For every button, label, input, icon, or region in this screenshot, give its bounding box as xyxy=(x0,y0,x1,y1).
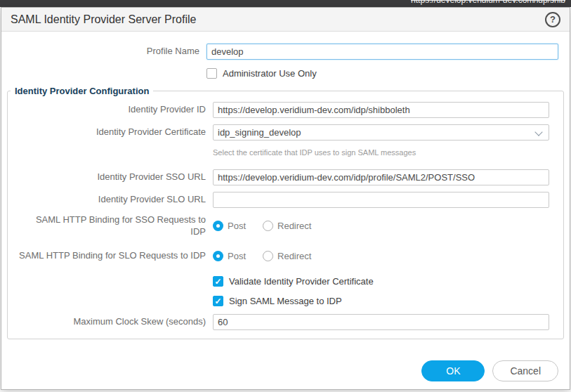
slo-binding-redirect-label[interactable]: Redirect xyxy=(277,251,311,261)
sso-binding-post-label[interactable]: Post xyxy=(228,221,246,231)
profile-name-row: Profile Name xyxy=(1,44,570,60)
slo-binding-redirect-radio[interactable] xyxy=(263,251,273,261)
sso-binding-post-radio[interactable] xyxy=(213,221,223,231)
clock-skew-input[interactable] xyxy=(213,314,549,330)
cancel-button[interactable]: Cancel xyxy=(492,360,558,381)
validate-cert-label: Validate Identity Provider Certificate xyxy=(229,276,374,287)
validate-cert-row: Validate Identity Provider Certificate xyxy=(8,275,555,289)
idp-certificate-row: Identity Provider Certificate idp_signin… xyxy=(8,124,555,141)
sign-saml-checkbox[interactable] xyxy=(213,296,223,306)
validate-cert-checkbox[interactable] xyxy=(213,276,223,287)
idp-certificate-value: idp_signing_develop xyxy=(218,127,301,138)
sign-saml-row: Sign SAML Message to IDP xyxy=(8,294,555,308)
clock-skew-label: Maximum Clock Skew (seconds) xyxy=(8,316,213,328)
clock-skew-row: Maximum Clock Skew (seconds) xyxy=(8,314,555,330)
dialog-header: SAML Identity Provider Server Profile ? xyxy=(1,8,570,32)
sso-binding-redirect-radio[interactable] xyxy=(263,221,273,231)
dialog-footer: OK Cancel xyxy=(421,360,558,381)
sign-saml-label: Sign SAML Message to IDP xyxy=(229,296,342,306)
help-icon[interactable]: ? xyxy=(545,12,560,27)
sso-binding-label: SAML HTTP Binding for SSO Requests to ID… xyxy=(8,214,213,238)
sso-binding-row: SAML HTTP Binding for SSO Requests to ID… xyxy=(8,214,555,238)
sso-url-input[interactable] xyxy=(213,169,549,185)
dialog-title: SAML Identity Provider Server Profile xyxy=(11,13,196,26)
idp-id-row: Identity Provider ID xyxy=(8,102,555,118)
idp-id-input[interactable] xyxy=(213,102,549,118)
slo-url-label: Identity Provider SLO URL xyxy=(8,194,213,206)
idp-certificate-helper-row: Select the certificate that IDP uses to … xyxy=(8,147,555,161)
background-page-strip: https://develop.veridium-dev.com/idp/shi… xyxy=(0,0,571,7)
saml-idp-server-profile-dialog: SAML Identity Provider Server Profile ? … xyxy=(1,7,570,390)
slo-binding-row: SAML HTTP Binding for SLO Requests to ID… xyxy=(8,249,555,263)
idp-certificate-helper-text: Select the certificate that IDP uses to … xyxy=(213,148,416,157)
chevron-down-icon xyxy=(534,128,542,136)
slo-binding-label: SAML HTTP Binding for SLO Requests to ID… xyxy=(8,250,213,262)
section-legend: Identity Provider Configuration xyxy=(11,86,153,96)
profile-name-label: Profile Name xyxy=(1,46,206,58)
admin-use-only-checkbox[interactable] xyxy=(206,68,217,79)
admin-use-only-row: Administrator Use Only xyxy=(1,66,570,80)
background-url-text: https://develop.veridium-dev.com/idp/shi… xyxy=(411,0,565,5)
sso-url-row: Identity Provider SSO URL xyxy=(8,169,555,185)
slo-url-input[interactable] xyxy=(213,192,549,208)
sso-binding-redirect-label[interactable]: Redirect xyxy=(277,221,311,231)
slo-binding-post-label[interactable]: Post xyxy=(228,251,246,261)
slo-url-row: Identity Provider SLO URL xyxy=(8,192,555,208)
admin-use-only-label: Administrator Use Only xyxy=(223,68,317,79)
idp-id-label: Identity Provider ID xyxy=(8,104,213,116)
ok-button[interactable]: OK xyxy=(421,360,485,381)
dialog-body: Profile Name Administrator Use Only Iden… xyxy=(1,32,570,339)
profile-name-input[interactable] xyxy=(206,44,558,60)
sso-url-label: Identity Provider SSO URL xyxy=(8,171,213,183)
identity-provider-configuration-section: Identity Provider Configuration Identity… xyxy=(7,86,564,339)
idp-certificate-label: Identity Provider Certificate xyxy=(8,126,213,138)
idp-certificate-select[interactable]: idp_signing_develop xyxy=(213,124,549,141)
slo-binding-post-radio[interactable] xyxy=(213,251,223,261)
